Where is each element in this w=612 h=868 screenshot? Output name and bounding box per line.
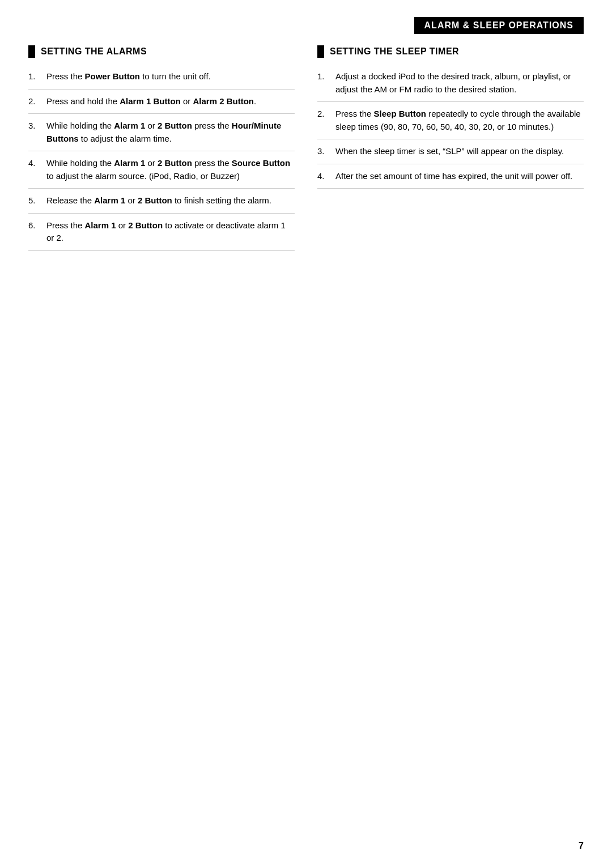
list-num: 2. [317, 108, 329, 133]
list-text: Press the Sleep Button repeatedly to cyc… [335, 108, 584, 133]
list-text: Release the Alarm 1 or 2 Button to finis… [46, 194, 295, 207]
left-section-title: SETTING THE ALARMS [41, 46, 147, 57]
page: ALARM & SLEEP OPERATIONS SETTING THE ALA… [0, 0, 612, 868]
list-num: 1. [317, 70, 329, 96]
list-item: 1. Press the Power Button to turn the un… [28, 65, 295, 90]
list-num: 4. [317, 170, 329, 183]
list-item: 5. Release the Alarm 1 or 2 Button to fi… [28, 189, 295, 214]
page-number: 7 [579, 841, 584, 851]
list-item: 3. When the sleep timer is set, “SLP” wi… [317, 139, 584, 164]
list-num: 1. [28, 70, 40, 83]
list-text: While holding the Alarm 1 or 2 Button pr… [46, 120, 295, 145]
left-section-marker [28, 45, 35, 58]
list-item: 2. Press the Sleep Button repeatedly to … [317, 102, 584, 139]
list-item: 4. While holding the Alarm 1 or 2 Button… [28, 151, 295, 189]
right-instruction-list: 1. Adjust a docked iPod to the desired t… [317, 65, 584, 189]
list-text: When the sleep timer is set, “SLP” will … [335, 145, 584, 158]
two-column-layout: SETTING THE ALARMS 1. Press the Power Bu… [28, 45, 584, 251]
header-title: ALARM & SLEEP OPERATIONS [414, 17, 584, 34]
right-section-header: SETTING THE SLEEP TIMER [317, 45, 584, 58]
right-column: SETTING THE SLEEP TIMER 1. Adjust a dock… [317, 45, 584, 189]
list-num: 2. [28, 95, 40, 108]
left-column: SETTING THE ALARMS 1. Press the Power Bu… [28, 45, 295, 251]
list-item: 3. While holding the Alarm 1 or 2 Button… [28, 114, 295, 151]
list-num: 4. [28, 157, 40, 182]
list-item: 2. Press and hold the Alarm 1 Button or … [28, 90, 295, 114]
list-text: Press and hold the Alarm 1 Button or Ala… [46, 95, 295, 108]
header-bar: ALARM & SLEEP OPERATIONS [28, 17, 584, 34]
list-num: 6. [28, 219, 40, 245]
list-text: Press the Alarm 1 or 2 Button to activat… [46, 219, 295, 245]
list-item: 1. Adjust a docked iPod to the desired t… [317, 65, 584, 102]
list-item: 4. After the set amount of time has expi… [317, 164, 584, 189]
list-text: While holding the Alarm 1 or 2 Button pr… [46, 157, 295, 182]
list-text: After the set amount of time has expired… [335, 170, 584, 183]
list-num: 5. [28, 194, 40, 207]
list-num: 3. [317, 145, 329, 158]
list-text: Press the Power Button to turn the unit … [46, 70, 295, 83]
right-section-marker [317, 45, 324, 58]
left-instruction-list: 1. Press the Power Button to turn the un… [28, 65, 295, 251]
left-section-header: SETTING THE ALARMS [28, 45, 295, 58]
right-section-title: SETTING THE SLEEP TIMER [330, 46, 459, 57]
list-num: 3. [28, 120, 40, 145]
list-item: 6. Press the Alarm 1 or 2 Button to acti… [28, 214, 295, 251]
list-text: Adjust a docked iPod to the desired trac… [335, 70, 584, 96]
